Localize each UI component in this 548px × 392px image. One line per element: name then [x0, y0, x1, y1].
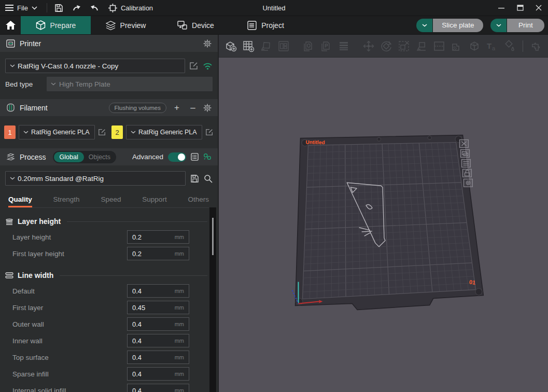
line-width-outer-wall-input[interactable]: 0.4 mm	[127, 317, 189, 331]
advanced-toggle[interactable]	[168, 152, 186, 162]
edit-filament-2-icon[interactable]	[205, 128, 214, 136]
main-menu-button[interactable]: File	[0, 0, 44, 16]
line-width-top-surface-input[interactable]: 0.4 mm	[127, 351, 189, 364]
chevron-down-icon	[51, 82, 56, 86]
settings-scrollbar-thumb[interactable]	[212, 218, 214, 255]
tab-project[interactable]: Project	[231, 16, 301, 34]
text-shape-button[interactable]: T a	[483, 37, 501, 55]
line-width-sparse-infill-input[interactable]: 0.4 mm	[127, 367, 189, 381]
slice-options-dropdown[interactable]	[416, 19, 432, 32]
delete-plate-icon[interactable]	[460, 140, 469, 148]
auto-orient-button[interactable]	[257, 37, 275, 55]
process-scope-toggle: Global Objects	[53, 151, 117, 163]
slice-plate-button[interactable]: Slice plate	[433, 19, 483, 32]
mesh-boolean-button[interactable]	[466, 37, 483, 55]
line-width-inner-wall-input[interactable]: 0.4 mm	[127, 334, 189, 347]
undo-button[interactable]	[68, 0, 86, 16]
filament-2-preset-select[interactable]: RatRig Generic PLA	[126, 125, 202, 139]
advanced-label: Advanced	[132, 153, 163, 161]
tab-others[interactable]: Others	[188, 195, 209, 207]
edit-filament-1-icon[interactable]	[98, 128, 106, 136]
assembly-view-button[interactable]	[527, 37, 545, 55]
search-settings-icon[interactable]	[204, 174, 213, 183]
chevron-down-icon	[496, 24, 501, 27]
bed-type-select[interactable]: High Temp Plate	[47, 77, 213, 91]
line-width-internal-solid-infill-input[interactable]: 0.4 mm	[127, 384, 189, 392]
cut-button[interactable]	[430, 37, 448, 55]
scope-global-option[interactable]: Global	[54, 152, 84, 162]
project-icon	[247, 21, 257, 30]
save-preset-icon[interactable]	[190, 174, 199, 183]
home-button[interactable]	[0, 16, 21, 34]
printer-preset-select[interactable]: RatRig V-Cast 0.4 nozzle - Copy	[5, 59, 185, 73]
support-painting-button[interactable]	[448, 37, 466, 55]
split-to-objects-button[interactable]	[300, 37, 317, 55]
line-width-default-input[interactable]: 0.4 mm	[127, 284, 189, 298]
build-plate-canvas[interactable]: Untitled 01	[219, 58, 548, 392]
line-width-section-title: Line width	[18, 271, 53, 279]
variable-layer-height-button[interactable]	[335, 37, 353, 55]
scale-button[interactable]	[395, 37, 413, 55]
param-row-top-surface: Top surface 0.4 mm	[0, 349, 218, 366]
chevron-down-icon	[422, 24, 427, 27]
remove-filament-button[interactable]: –	[187, 103, 199, 113]
print-button[interactable]: Print	[507, 19, 544, 32]
parameter-list-icon[interactable]	[191, 153, 199, 161]
build-plate[interactable]: Untitled 01	[219, 58, 548, 391]
settings-scrollbar[interactable]	[209, 207, 216, 392]
arrange-button[interactable]	[275, 37, 292, 55]
process-preset-select[interactable]: 0.20mm Standard @RatRig	[5, 171, 186, 186]
first-layer-height-input[interactable]: 0.2 mm	[127, 247, 189, 260]
lock-plate-icon[interactable]	[463, 169, 472, 177]
rotate-button[interactable]	[377, 37, 395, 55]
compare-presets-icon[interactable]	[203, 153, 212, 161]
tab-quality[interactable]: Quality	[8, 195, 32, 207]
filament-2-color-badge[interactable]: 2	[111, 125, 123, 139]
scope-objects-option[interactable]: Objects	[84, 152, 115, 162]
slice-plate-button-group: Slice plate	[416, 19, 483, 32]
add-plate-button[interactable]	[240, 37, 257, 55]
filament-1-color-badge[interactable]: 1	[4, 125, 16, 139]
printer-connection-wifi-icon[interactable]	[203, 62, 213, 70]
add-object-button[interactable]	[222, 37, 240, 55]
redo-button[interactable]	[86, 0, 103, 16]
plate-settings-icon[interactable]	[464, 179, 473, 187]
filament-1-preset-select[interactable]: RatRig Generic PLA	[19, 125, 95, 139]
print-options-dropdown[interactable]	[490, 19, 507, 32]
color-painting-button[interactable]	[501, 37, 518, 55]
close-button[interactable]	[529, 0, 548, 16]
flushing-volumes-button[interactable]: Flushing volumes	[109, 103, 166, 113]
move-button[interactable]	[360, 37, 377, 55]
process-icon	[6, 153, 15, 161]
clone-plate-icon[interactable]	[461, 149, 470, 157]
minimize-button[interactable]	[492, 0, 511, 16]
view-tab-bar: Prepare Preview Device Project Slice p	[0, 16, 548, 35]
prepare-cube-icon	[36, 20, 46, 30]
filament-section-title: Filament	[20, 104, 48, 112]
arrange-plate-icon[interactable]	[462, 159, 471, 167]
param-row-outer-wall: Outer wall 0.4 mm	[0, 316, 218, 332]
tab-preview[interactable]: Preview	[91, 16, 161, 34]
place-on-face-button[interactable]	[413, 37, 430, 55]
save-button[interactable]	[50, 0, 68, 16]
line-width-first-layer-input[interactable]: 0.45 mm	[127, 301, 189, 314]
filament-settings-gear-icon[interactable]	[203, 104, 212, 112]
printer-preset-value: RatRig V-Cast 0.4 nozzle - Copy	[18, 62, 118, 70]
tab-device[interactable]: Device	[161, 16, 231, 34]
printer-settings-gear-icon[interactable]	[203, 39, 212, 48]
tab-preview-label: Preview	[120, 21, 146, 30]
redo-icon	[90, 4, 99, 11]
add-filament-button[interactable]: +	[171, 103, 182, 113]
maximize-button[interactable]	[511, 0, 529, 16]
filament-spool-icon	[6, 103, 15, 112]
calibration-button[interactable]: Calibration	[103, 0, 158, 16]
tab-support[interactable]: Support	[142, 195, 166, 207]
tab-strength[interactable]: Strength	[53, 195, 80, 207]
save-icon	[54, 4, 63, 12]
tab-speed[interactable]: Speed	[101, 195, 121, 207]
edit-printer-icon[interactable]	[189, 61, 199, 71]
layer-height-input[interactable]: 0.2 mm	[127, 230, 189, 244]
split-to-parts-button[interactable]	[317, 37, 335, 55]
viewport-3d: T a	[218, 35, 548, 392]
tab-prepare[interactable]: Prepare	[21, 16, 91, 34]
